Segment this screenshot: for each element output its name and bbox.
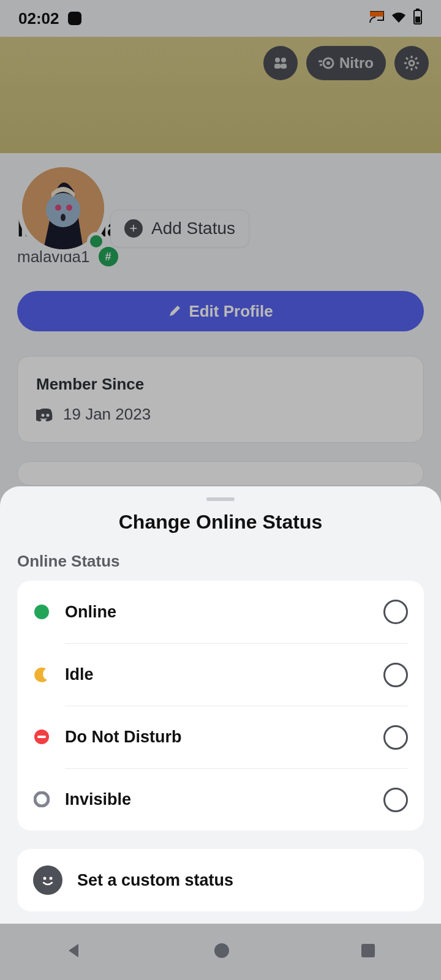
smiley-icon bbox=[33, 865, 62, 895]
status-option-invisible[interactable]: Invisible bbox=[17, 768, 424, 831]
dnd-icon bbox=[33, 728, 50, 745]
status-option-online[interactable]: Online bbox=[17, 581, 424, 643]
status-option-label: Do Not Disturb bbox=[65, 728, 181, 747]
section-label: Online Status bbox=[17, 552, 424, 571]
status-option-idle[interactable]: Idle bbox=[17, 643, 424, 706]
nav-recent[interactable] bbox=[360, 943, 376, 961]
status-option-label: Online bbox=[65, 603, 116, 622]
drag-handle[interactable] bbox=[206, 497, 235, 501]
idle-icon bbox=[33, 666, 50, 683]
invisible-icon bbox=[33, 791, 50, 808]
nav-back[interactable] bbox=[65, 941, 83, 962]
system-nav-bar bbox=[0, 924, 441, 980]
sheet-title: Change Online Status bbox=[17, 511, 424, 533]
status-option-label: Invisible bbox=[65, 790, 131, 809]
svg-rect-23 bbox=[361, 944, 375, 957]
radio-unselected bbox=[383, 600, 408, 624]
svg-point-20 bbox=[43, 877, 47, 880]
status-option-label: Idle bbox=[65, 665, 94, 684]
svg-point-22 bbox=[214, 943, 229, 958]
status-sheet: Change Online Status Online Status Onlin… bbox=[0, 486, 441, 924]
status-options: Online Idle Do Not Disturb bbox=[17, 581, 424, 831]
svg-point-19 bbox=[35, 793, 48, 806]
custom-status-button[interactable]: Set a custom status bbox=[17, 849, 424, 911]
radio-unselected bbox=[383, 725, 408, 750]
svg-rect-18 bbox=[37, 736, 46, 738]
nav-home[interactable] bbox=[213, 941, 231, 962]
status-option-dnd[interactable]: Do Not Disturb bbox=[17, 706, 424, 768]
online-icon bbox=[33, 603, 50, 620]
radio-unselected bbox=[383, 788, 408, 812]
custom-status-label: Set a custom status bbox=[77, 871, 233, 890]
radio-unselected bbox=[383, 663, 408, 687]
svg-point-21 bbox=[50, 877, 53, 880]
